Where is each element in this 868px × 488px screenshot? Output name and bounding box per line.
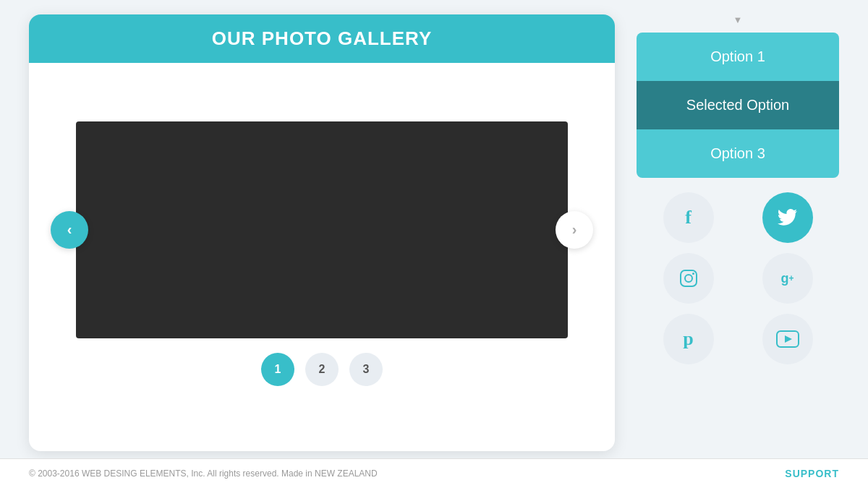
dropdown-option-selected[interactable]: Selected Option	[637, 81, 839, 129]
dropdown-option-3[interactable]: Option 3	[637, 129, 839, 178]
footer: © 2003-2016 WEB DESING ELEMENTS, Inc. Al…	[0, 458, 868, 488]
svg-point-1	[685, 275, 692, 282]
svg-marker-4	[785, 335, 792, 343]
gallery-panel: OUR PHOTO GALLERY ‹ › 1 2 3	[29, 14, 615, 451]
footer-support[interactable]: SUPPORT	[785, 468, 839, 479]
page-dot-3[interactable]: 3	[349, 353, 383, 386]
gallery-body: ‹ › 1 2 3	[29, 63, 615, 451]
youtube-button[interactable]	[762, 314, 813, 364]
svg-rect-0	[681, 270, 697, 286]
svg-point-2	[692, 273, 694, 275]
social-grid: f g+ p	[637, 192, 839, 364]
slide-image	[76, 121, 568, 338]
next-button[interactable]: ›	[556, 211, 593, 249]
page-dot-1[interactable]: 1	[261, 353, 294, 386]
dropdown-arrow-indicator: ▼	[637, 14, 839, 25]
twitter-button[interactable]	[762, 192, 813, 243]
prev-button[interactable]: ‹	[51, 211, 88, 249]
footer-copyright: © 2003-2016 WEB DESING ELEMENTS, Inc. Al…	[29, 468, 378, 479]
google-plus-button[interactable]: g+	[762, 253, 813, 304]
pinterest-button[interactable]: p	[663, 314, 714, 364]
gallery-title: OUR PHOTO GALLERY	[212, 27, 432, 49]
pagination: 1 2 3	[261, 353, 383, 386]
main-content: OUR PHOTO GALLERY ‹ › 1 2 3 ▼ Option 1 S…	[0, 0, 868, 458]
slideshow-container: ‹ ›	[51, 121, 593, 338]
page-dot-2[interactable]: 2	[305, 353, 339, 386]
right-panel: ▼ Option 1 Selected Option Option 3 f g+…	[637, 14, 839, 451]
dropdown-option-1[interactable]: Option 1	[637, 33, 839, 81]
facebook-button[interactable]: f	[663, 192, 714, 243]
gallery-header: OUR PHOTO GALLERY	[29, 14, 615, 63]
dropdown-menu: Option 1 Selected Option Option 3	[637, 33, 839, 178]
instagram-button[interactable]	[663, 253, 714, 304]
